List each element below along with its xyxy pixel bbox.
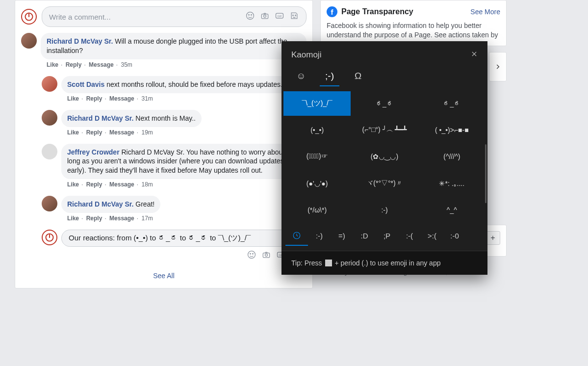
scrollbar[interactable]	[485, 144, 486, 203]
comment-time: 31m	[141, 95, 153, 102]
kaomoji-cell[interactable]: :-)	[351, 198, 418, 222]
message-link[interactable]: Message	[89, 61, 115, 68]
kaomoji-cell[interactable]: (•_•)	[283, 118, 351, 142]
kaomoji-cell[interactable]: ^_^	[418, 198, 486, 222]
recent-tab[interactable]	[285, 226, 308, 246]
kaomoji-cell[interactable]: ಠ_ಠ	[418, 91, 486, 116]
comment-time: 18m	[141, 181, 153, 188]
commenter-avatar[interactable]	[42, 76, 57, 92]
kaomoji-cell[interactable]: (☞ﾟヮﾟ)☞	[283, 144, 351, 169]
symbols-tab[interactable]: Ω	[348, 67, 368, 86]
power-icon	[24, 12, 34, 22]
svg-point-17	[265, 254, 268, 256]
kaomoji-cell[interactable]: ヾ(*°▽°*)〃	[351, 171, 418, 196]
kaomoji-cell[interactable]: ಥ_ಥ	[351, 91, 418, 116]
svg-point-2	[247, 12, 254, 20]
reply-input[interactable]	[61, 230, 307, 247]
recent-item[interactable]: =)	[331, 226, 353, 246]
like-link[interactable]: Like	[67, 181, 80, 188]
camera-icon[interactable]	[260, 11, 270, 23]
message-link[interactable]: Message	[109, 215, 135, 222]
input-icons: GIF	[245, 11, 299, 23]
kaomoji-cell[interactable]: ( •_•)>⌐■-■	[418, 118, 486, 142]
comment-author[interactable]: Richard D McVay Sr.	[47, 37, 113, 45]
close-button[interactable]	[471, 51, 478, 59]
see-all-link[interactable]: See All	[153, 272, 175, 280]
svg-point-13	[248, 251, 256, 259]
kaomoji-cell[interactable]: (⌐°□°) ╯︵ ┻━┻	[351, 118, 418, 142]
sticker-icon[interactable]	[289, 11, 299, 23]
svg-point-6	[264, 15, 266, 17]
svg-point-14	[250, 254, 251, 255]
comment-bubble: Richard D McVay Sr. Will a mouse dongle …	[41, 33, 307, 59]
comment-reply: Richard D McVay Sr. Next month is May.. …	[42, 110, 307, 141]
emoji-icon[interactable]	[247, 250, 256, 261]
comment-reply: Jeffrey Crowder Richard D McVay Sr. You …	[42, 144, 307, 193]
recent-item[interactable]: :D	[353, 226, 376, 246]
comment-author[interactable]: Richard D McVay Sr.	[67, 200, 133, 208]
reply-link[interactable]: Reply	[86, 215, 103, 222]
comment-author[interactable]: Richard D McVay Sr.	[67, 114, 133, 122]
like-link[interactable]: Like	[67, 215, 80, 222]
comment-author[interactable]: Jeffrey Crowder	[67, 148, 120, 156]
comment-text-field[interactable]	[49, 13, 245, 21]
recent-item[interactable]: ;P	[376, 226, 398, 246]
kaomoji-cell[interactable]: (*/ω\*)	[283, 198, 351, 222]
kaomoji-tab[interactable]: ;-)	[320, 67, 339, 86]
commenter-avatar[interactable]	[21, 33, 37, 49]
reply-link[interactable]: Reply	[86, 95, 103, 102]
see-more-link[interactable]: See More	[470, 8, 500, 16]
svg-point-9	[293, 15, 294, 16]
comment-bubble: Richard D McVay Sr. Great!	[61, 196, 160, 213]
windows-key-icon	[325, 260, 332, 266]
user-avatar	[42, 230, 57, 245]
comment-input[interactable]: GIF	[42, 6, 307, 27]
camera-icon[interactable]	[261, 250, 271, 261]
emoji-icon[interactable]	[245, 11, 255, 23]
kaomoji-cell[interactable]: (✿◡‿◡)	[351, 144, 418, 169]
commenter-avatar[interactable]	[42, 144, 57, 159]
gif-icon[interactable]: GIF	[275, 11, 284, 23]
recent-item[interactable]: :-)	[308, 226, 331, 246]
svg-point-4	[251, 15, 252, 16]
reply-link[interactable]: Reply	[86, 181, 103, 188]
kaomoji-tabs: ☺ ;-) Ω	[281, 62, 487, 86]
reply-link[interactable]: Reply	[66, 61, 83, 68]
next-arrow-button[interactable]	[489, 52, 507, 81]
like-link[interactable]: Like	[47, 61, 59, 68]
message-link[interactable]: Message	[109, 181, 135, 188]
kaomoji-tip: Tip: Press + period (.) to use emoji in …	[281, 251, 487, 275]
recent-item[interactable]: >:(	[421, 226, 443, 246]
kaomoji-cell[interactable]: ¯\_(ツ)_/¯	[283, 91, 351, 116]
like-link[interactable]: Like	[67, 95, 80, 102]
reply-text-field[interactable]	[69, 234, 299, 242]
commenter-avatar[interactable]	[42, 196, 57, 211]
like-link[interactable]: Like	[67, 129, 80, 136]
svg-point-15	[253, 254, 254, 255]
message-link[interactable]: Message	[109, 95, 135, 102]
recent-item[interactable]: :-(	[398, 226, 421, 246]
recent-item[interactable]: :-0	[443, 226, 466, 246]
add-language-button[interactable]: +	[486, 231, 500, 245]
close-icon	[471, 51, 478, 57]
comment: Richard D McVay Sr. Will a mouse dongle …	[21, 33, 307, 73]
kaomoji-cell[interactable]: (^///^)	[418, 144, 486, 169]
comment-bubble: Jeffrey Crowder Richard D McVay Sr. You …	[61, 144, 307, 180]
reply-link[interactable]: Reply	[86, 129, 103, 136]
comment-bubble: Richard D McVay Sr. Next month is May..	[61, 110, 202, 127]
kaomoji-cell[interactable]: (●'◡'●)	[283, 171, 351, 196]
page-transparency-title: Page Transparency	[341, 7, 413, 16]
reply-input-row: GIF	[42, 230, 307, 261]
comment-time: 17m	[141, 215, 153, 222]
page-transparency-card: f Page Transparency See More Facebook is…	[320, 0, 507, 46]
kaomoji-cell[interactable]: ✳*: .｡....	[418, 171, 486, 196]
comment-bubble: Scott Davis next months rollout, should …	[61, 76, 288, 93]
comment-text: next months rollout, should be fixed bef…	[106, 80, 282, 88]
comment-author[interactable]: Scott Davis	[67, 80, 104, 88]
commenter-avatar[interactable]	[42, 110, 57, 126]
see-all: See All	[21, 264, 307, 282]
svg-text:GIF: GIF	[277, 15, 282, 18]
message-link[interactable]: Message	[109, 129, 135, 136]
comment-time: 35m	[121, 61, 132, 68]
emoji-tab[interactable]: ☺	[291, 67, 311, 86]
